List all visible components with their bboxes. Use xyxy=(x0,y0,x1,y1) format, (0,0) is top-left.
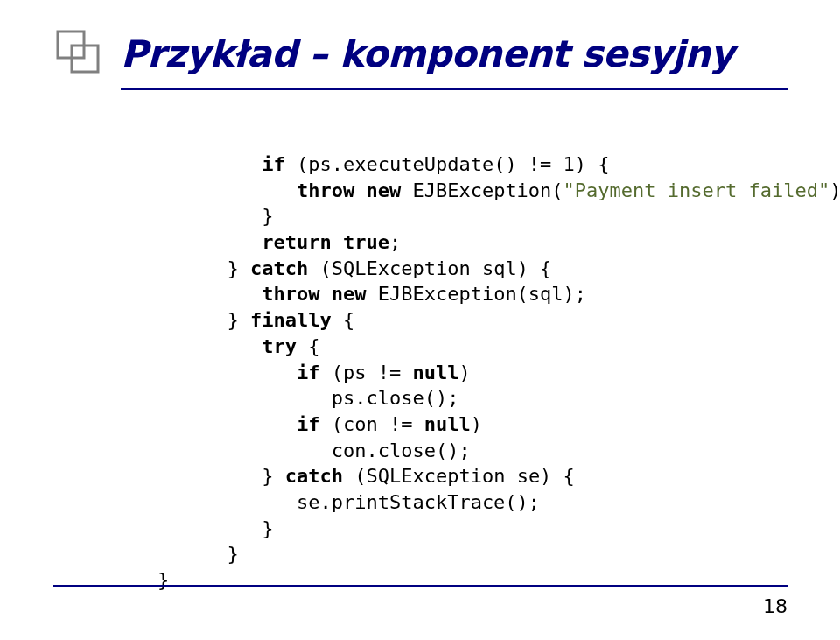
kw-null: null xyxy=(424,413,471,435)
page-number: 18 xyxy=(763,595,788,617)
title-divider xyxy=(121,88,788,90)
kw-try: try xyxy=(262,335,297,357)
kw-throw-new: throw new xyxy=(262,283,366,305)
kw-if: if xyxy=(262,153,285,175)
kw-null: null xyxy=(412,362,458,383)
kw-catch: catch xyxy=(285,465,343,487)
slide-title: Przykład – komponent sesyjny xyxy=(121,32,733,75)
kw-throw-new: throw new xyxy=(297,179,401,201)
string-literal: "Payment insert failed" xyxy=(564,179,830,201)
kw-if: if xyxy=(297,362,320,383)
kw-catch: catch xyxy=(250,257,308,279)
kw-if: if xyxy=(297,413,320,435)
kw-finally: finally xyxy=(250,309,332,331)
kw-return-true: return true xyxy=(262,231,389,253)
code-block: if (ps.executeUpdate() != 1) { throw new… xyxy=(158,151,788,594)
overlapping-squares-icon xyxy=(52,26,103,81)
footer-divider xyxy=(52,585,788,587)
